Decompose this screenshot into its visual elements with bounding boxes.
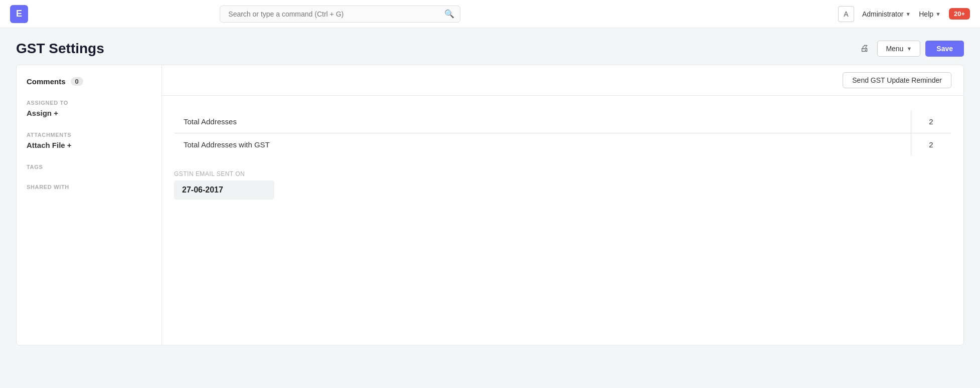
comments-label: Comments	[27, 77, 66, 86]
gstin-email-date: 27-06-2017	[174, 180, 274, 200]
page-header: GST Settings 🖨 Menu ▼ Save	[0, 28, 980, 65]
comments-count: 0	[71, 77, 83, 86]
content-area: Send GST Update Reminder Total Addresses…	[162, 65, 963, 345]
table-cell-label: Total Addresses	[175, 110, 911, 133]
attachments-section: ATTACHMENTS Attach File +	[27, 132, 151, 150]
notifications-button[interactable]: 20+	[949, 8, 970, 20]
gstin-email-label: GSTIN Email Sent On	[174, 170, 951, 177]
menu-button[interactable]: Menu ▼	[877, 41, 920, 57]
table-row: Total Addresses with GST 2	[175, 133, 951, 156]
print-button[interactable]: 🖨	[857, 40, 872, 57]
top-navigation: E 🔍 A Administrator ▼ Help ▼ 20+	[0, 0, 980, 28]
tags-section: TAGS	[27, 164, 151, 170]
gst-reminder-button[interactable]: Send GST Update Reminder	[843, 72, 951, 88]
assign-button[interactable]: Assign +	[27, 109, 58, 117]
app-logo[interactable]: E	[10, 5, 28, 23]
sidebar: Comments 0 ASSIGNED TO Assign + ATTACHME…	[17, 65, 162, 345]
shared-with-label: SHARED WITH	[27, 184, 151, 190]
chevron-down-icon: ▼	[906, 46, 912, 52]
avatar: A	[838, 6, 854, 22]
search-icon: 🔍	[444, 9, 454, 19]
search-bar: 🔍	[220, 6, 460, 23]
print-icon: 🖨	[860, 43, 869, 53]
search-input[interactable]	[220, 6, 460, 23]
help-menu[interactable]: Help ▼	[919, 10, 941, 18]
table-cell-value: 2	[911, 110, 951, 133]
gst-table: Total Addresses 2 Total Addresses with G…	[174, 110, 951, 156]
comments-section: Comments 0	[27, 77, 151, 86]
content-topbar: Send GST Update Reminder	[162, 65, 963, 96]
table-cell-label: Total Addresses with GST	[175, 133, 911, 156]
shared-with-section: SHARED WITH	[27, 184, 151, 190]
table-cell-value: 2	[911, 133, 951, 156]
content-body: Total Addresses 2 Total Addresses with G…	[162, 96, 963, 214]
chevron-down-icon: ▼	[905, 11, 911, 17]
page-title: GST Settings	[16, 41, 104, 57]
chevron-down-icon: ▼	[935, 11, 941, 17]
tags-label: TAGS	[27, 164, 151, 170]
gstin-email-field: GSTIN Email Sent On 27-06-2017	[174, 170, 951, 200]
save-button[interactable]: Save	[925, 41, 964, 57]
comments-row: Comments 0	[27, 77, 151, 86]
attach-file-button[interactable]: Attach File +	[27, 141, 72, 149]
topnav-right: A Administrator ▼ Help ▼ 20+	[838, 6, 970, 22]
attachments-label: ATTACHMENTS	[27, 132, 151, 138]
assigned-to-label: ASSIGNED TO	[27, 100, 151, 106]
header-actions: 🖨 Menu ▼ Save	[857, 40, 964, 57]
table-row: Total Addresses 2	[175, 110, 951, 133]
main-layout: Comments 0 ASSIGNED TO Assign + ATTACHME…	[16, 65, 964, 345]
assigned-to-section: ASSIGNED TO Assign +	[27, 100, 151, 118]
user-menu[interactable]: Administrator ▼	[862, 10, 911, 18]
